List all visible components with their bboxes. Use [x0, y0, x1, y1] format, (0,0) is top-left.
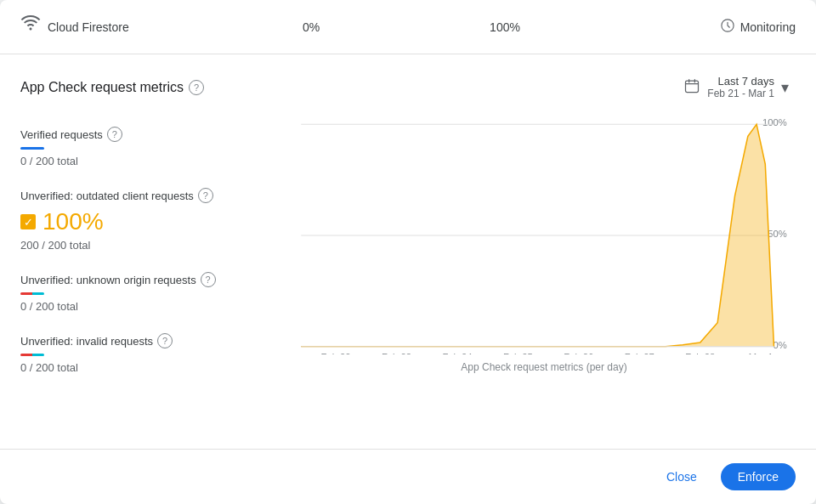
- metric-invalid-label: Unverified: invalid requests ?: [20, 333, 279, 348]
- stat-100pct: 100%: [408, 20, 602, 34]
- metric-invalid-line: [20, 354, 279, 356]
- close-button[interactable]: Close: [653, 463, 711, 490]
- metric-invalid: Unverified: invalid requests ? 0 / 200 t…: [20, 323, 279, 384]
- date-range-text: Last 7 days Feb 21 - Mar 1: [707, 75, 774, 99]
- metric-outdated-value: 200 / 200 total: [20, 239, 279, 252]
- metric-unknown: Unverified: unknown origin requests ? 0 …: [20, 262, 279, 323]
- svg-text:0%: 0%: [774, 340, 788, 349]
- calendar-icon: [683, 77, 700, 98]
- metric-unknown-line: [20, 292, 279, 295]
- checkbox-outdated[interactable]: ✓: [20, 214, 36, 229]
- metric-verified-label: Verified requests ?: [20, 127, 279, 142]
- footer: Close Enforce: [0, 449, 816, 504]
- top-bar: Cloud Firestore 0% 100% Monitoring: [0, 0, 816, 54]
- svg-text:Feb 28: Feb 28: [685, 353, 715, 354]
- metric-verified-value: 0 / 200 total: [20, 155, 279, 167]
- help-icon[interactable]: ?: [189, 80, 204, 95]
- help-icon-unknown[interactable]: ?: [201, 272, 216, 287]
- svg-text:Feb 26: Feb 26: [564, 353, 593, 354]
- metric-outdated-pct: 100%: [42, 208, 104, 235]
- metric-verified: Verified requests ? 0 / 200 total: [20, 116, 279, 178]
- chart-svg: 100% 50% 0% Feb 2: [292, 116, 796, 354]
- svg-text:Mar 1: Mar 1: [749, 353, 774, 354]
- date-range-label: Last 7 days: [707, 75, 774, 88]
- help-icon-verified[interactable]: ?: [107, 127, 122, 142]
- chart-x-axis-label: App Check request metrics (per day): [292, 358, 796, 373]
- metrics-header: App Check request metrics ? Last 7 days …: [20, 71, 796, 103]
- service-name: Cloud Firestore: [48, 20, 129, 34]
- clock-icon: [720, 18, 735, 36]
- svg-text:Feb 25: Feb 25: [503, 353, 533, 354]
- metric-invalid-value: 0 / 200 total: [20, 361, 279, 374]
- metric-unknown-value: 0 / 200 total: [20, 300, 279, 313]
- svg-rect-1: [686, 81, 699, 92]
- service-info: Cloud Firestore: [20, 14, 214, 39]
- svg-text:100%: 100%: [762, 118, 787, 127]
- svg-text:Feb 22: Feb 22: [321, 353, 351, 354]
- metrics-title: App Check request metrics ?: [20, 80, 204, 95]
- metric-outdated-label: Unverified: outdated client requests ?: [20, 188, 279, 203]
- help-icon-outdated[interactable]: ?: [198, 188, 213, 203]
- metric-outdated: Unverified: outdated client requests ? ✓…: [20, 178, 279, 262]
- metric-outdated-pct-row: ✓ 100%: [20, 208, 279, 235]
- enforce-button[interactable]: Enforce: [721, 463, 796, 490]
- svg-text:Feb 23: Feb 23: [382, 353, 411, 354]
- help-icon-invalid[interactable]: ?: [157, 333, 173, 348]
- date-range-sublabel: Feb 21 - Mar 1: [707, 88, 774, 99]
- checkmark-icon: ✓: [24, 217, 33, 228]
- metric-verified-line: [20, 147, 44, 150]
- dialog: Cloud Firestore 0% 100% Monitoring App C…: [0, 0, 816, 504]
- svg-text:Feb 24: Feb 24: [442, 353, 472, 354]
- chevron-down-icon: ▾: [781, 78, 789, 97]
- chart-container: 100% 50% 0% Feb 2: [292, 116, 796, 449]
- metric-unknown-label: Unverified: unknown origin requests ?: [20, 272, 279, 287]
- body-area: Verified requests ? 0 / 200 total Unveri…: [20, 116, 796, 449]
- metrics-title-text: App Check request metrics: [20, 80, 184, 95]
- date-range-picker[interactable]: Last 7 days Feb 21 - Mar 1 ▾: [677, 71, 796, 103]
- svg-text:50%: 50%: [768, 229, 787, 238]
- svg-text:Feb 27: Feb 27: [625, 353, 654, 354]
- monitoring-link[interactable]: Monitoring: [602, 18, 796, 36]
- metrics-panel: Verified requests ? 0 / 200 total Unveri…: [20, 116, 292, 449]
- stat-0pct: 0%: [214, 20, 408, 34]
- monitoring-label: Monitoring: [740, 20, 796, 34]
- chart-area: 100% 50% 0% Feb 2: [292, 116, 796, 449]
- firestore-icon: [20, 14, 41, 39]
- main-content: App Check request metrics ? Last 7 days …: [0, 54, 816, 449]
